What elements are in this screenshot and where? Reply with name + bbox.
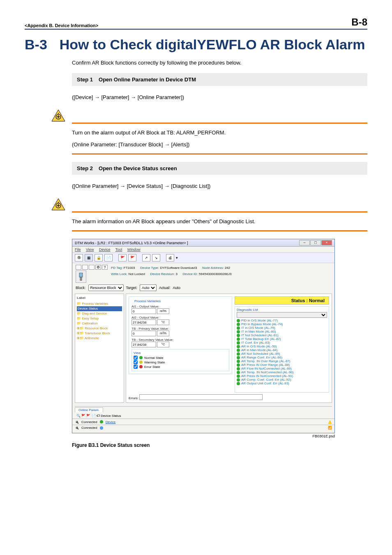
expand-icon[interactable]: ↗	[142, 254, 150, 261]
diag-item-label: AR Temp. IN Over Range (AL-87)	[241, 359, 290, 363]
maximize-button[interactable]: □	[310, 240, 321, 245]
diag-item[interactable]: IT Conf. Err (AL-83)	[237, 341, 327, 345]
diag-item[interactable]: AR Not Scheduled (AL-85)	[237, 352, 327, 356]
collapse-icon[interactable]: ↘	[152, 254, 160, 261]
green-dot-icon	[237, 330, 240, 333]
plug-icon: 🔌	[75, 420, 79, 424]
help-icon[interactable]: ?	[102, 265, 108, 270]
normal-checkbox[interactable]	[134, 356, 138, 360]
warning-checkbox[interactable]	[134, 360, 138, 364]
pv-group-title: Process Variables	[133, 299, 162, 303]
alarm-output-note: Turn on the alarm output of AR Block at …	[72, 130, 367, 136]
gear-icon[interactable]: ⚙	[95, 265, 101, 270]
warning-state: Warning State	[144, 361, 165, 364]
devrev-label: Device Revision:	[150, 272, 175, 276]
errors-row: Errors:	[129, 394, 329, 400]
tree-item[interactable]: ⊞📁 Resource Block	[77, 326, 122, 331]
nav-tree[interactable]: Label 📁 Process Variables Device Status …	[75, 294, 124, 403]
toolbar-button[interactable]: ▦	[85, 254, 93, 261]
step-1-path: ([Device] → [Parameter] → [Online Parame…	[72, 94, 367, 100]
green-dot-icon	[237, 338, 240, 341]
diag-title: Diagnostic List	[237, 308, 327, 312]
nodeaddr-value: 242	[225, 266, 230, 270]
diag-item[interactable]: PID in O/S Mode (AL-77)	[237, 319, 327, 322]
diag-item[interactable]: AR Temp. IN Over Range (AL-87)	[237, 359, 327, 363]
toolbar: ⦿ ▦ 🔒 📄 🚩 🚩 ↗ ↘ 🖨 ▾	[72, 252, 334, 263]
tree-item-selected[interactable]: Device Status	[77, 306, 122, 311]
diag-item[interactable]: AR in Man Mode (AL-84)	[237, 348, 327, 352]
tbprim-value[interactable]	[131, 331, 156, 336]
diag-item[interactable]: AR Temp. IN NotConnected (AL-90)	[237, 370, 327, 374]
minimize-button[interactable]: –	[299, 240, 310, 245]
print-icon[interactable]: 🖨	[166, 254, 174, 261]
green-dot-icon	[237, 349, 240, 352]
tree-item[interactable]: ⊞📁 Transducer Block	[77, 331, 122, 336]
step-1-label: Open Online Parameter in Device DTM	[99, 76, 196, 83]
green-dot-icon	[237, 356, 240, 359]
red-dot-icon	[139, 365, 143, 368]
tab-online-param[interactable]: Online Param.	[75, 407, 103, 412]
step-2-path: ([Online Parameter] → [Device Status] → …	[72, 183, 367, 189]
tbsec-unit: °C	[157, 342, 169, 347]
status-banner: Status : Normal	[235, 296, 329, 305]
section-title: B-3 How to Check digitalYEWFLO AR Block …	[25, 37, 367, 52]
diag-item[interactable]: IT in O/S Mode (AL-79)	[237, 326, 327, 330]
flag-icon[interactable]: 🚩	[118, 254, 127, 261]
diag-item[interactable]: AR Output Unit Conf. Err (AL-93)	[237, 382, 327, 385]
tree-item[interactable]: 📁 Diag and Service	[77, 311, 122, 316]
plug-icon: 🔌	[75, 426, 79, 430]
block-select[interactable]: Resource Block	[88, 284, 124, 291]
error-checkbox[interactable]	[134, 365, 138, 369]
intro-text: Confirm AR Block functions correctly by …	[72, 60, 367, 66]
mini-icon[interactable]	[76, 265, 81, 270]
toolbar-button[interactable]: 📄	[104, 254, 113, 261]
tree-item[interactable]: 📁 Easy Setup	[77, 316, 122, 321]
diag-item[interactable]: AR in O/S Mode (AL-50)	[237, 345, 327, 348]
tab-device-status[interactable]: Device Status	[101, 414, 121, 418]
ai2-value[interactable]	[131, 319, 156, 325]
tree-item[interactable]: ⊞📁 Arithmetic	[77, 336, 122, 341]
flag-icon[interactable]: 🚩	[128, 254, 136, 261]
diag-item-label: IT Total Backup Err (AL-82)	[241, 337, 281, 341]
window-title: DTM Works - [LR2 : FT1003 DYFSoftDL1 V3.…	[75, 241, 188, 245]
menu-view[interactable]: View	[86, 247, 94, 252]
menu-file[interactable]: File	[75, 247, 81, 252]
diag-item[interactable]: AR Flow IN NotConnected (AL-89)	[237, 367, 327, 370]
connect-icon[interactable]: ⦿	[75, 254, 83, 261]
mini-icon[interactable]	[82, 265, 88, 270]
toolbar-button[interactable]: 🔒	[95, 254, 103, 261]
diag-filter-select[interactable]	[237, 312, 327, 318]
green-dot-icon	[237, 352, 240, 356]
diag-item[interactable]: AR Press IN NotConnected (AL-91)	[237, 374, 327, 378]
diag-item-label: AR Comp. Coef. Conf. Err (AL-92)	[241, 378, 291, 382]
diag-item[interactable]: AR Comp. Coef. Conf. Err (AL-92)	[237, 378, 327, 382]
diag-item[interactable]: IT in Man Mode (AL-80)	[237, 330, 327, 333]
diag-item[interactable]: AR Press IN Over Range (AL-88)	[237, 363, 327, 367]
mini-icon[interactable]	[89, 265, 95, 270]
devtype-value: DYFSoftware Download3	[160, 266, 197, 270]
green-led-icon	[100, 420, 103, 423]
pdtag-value: FT1003	[124, 266, 135, 270]
tree-item[interactable]: 📁 Calibration	[77, 321, 122, 326]
menu-window[interactable]: Window	[127, 247, 141, 252]
errors-field[interactable]	[139, 394, 263, 400]
devtype-label: Device Type:	[140, 266, 159, 270]
close-button[interactable]: ×	[321, 240, 332, 245]
diag-item[interactable]: IT Total Backup Err (AL-82)	[237, 337, 327, 341]
menu-device[interactable]: Device	[99, 247, 111, 252]
page-number: B-8	[351, 16, 367, 28]
tree-item[interactable]: 📁 Process Variables	[77, 301, 122, 306]
alarm-info-note: The alarm information on AR Block appear…	[72, 218, 367, 224]
diag-item[interactable]: IT Not Scheduled (AL-81)	[237, 333, 327, 337]
step-1-number: Step 1	[77, 76, 93, 83]
device-icon	[76, 271, 86, 283]
ai1-value[interactable]	[131, 308, 156, 314]
target-select[interactable]: Auto	[140, 284, 157, 291]
important-icon	[51, 198, 65, 210]
tbsec-value[interactable]	[131, 342, 156, 347]
diag-item[interactable]: PID in Bypass Mode (AL-74)	[237, 322, 327, 326]
menu-tool[interactable]: Tool	[115, 247, 122, 252]
diag-item[interactable]: AR Range Conf. Err (AL-86)	[237, 356, 327, 359]
diagnostic-list[interactable]: Diagnostic List PID in O/S Mode (AL-77)P…	[235, 306, 329, 393]
device-link[interactable]: Device	[106, 420, 115, 424]
